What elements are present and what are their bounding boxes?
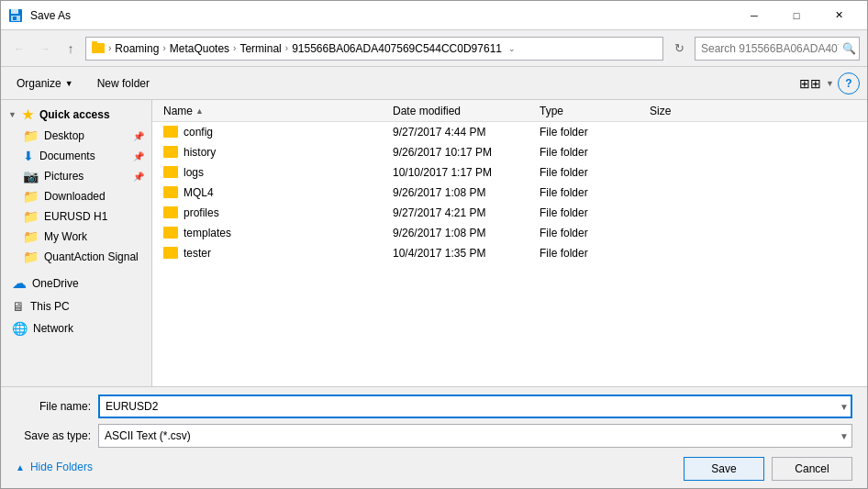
sidebar-item-quantaction[interactable]: 📁 QuantAction Signal (1, 247, 151, 267)
hide-folders-button[interactable]: ▲ Hide Folders (16, 461, 93, 473)
sort-arrow-icon: ▲ (195, 106, 204, 116)
title-bar-left: Save As (8, 8, 71, 23)
main-content: ▼ ★ Quick access 📁 Desktop 📌 ⬇ Documents… (1, 100, 867, 386)
sidebar-item-desktop-label: Desktop (44, 129, 84, 142)
bottom-bar: File name: ▼ Save as type: ASCII Text (*… (1, 386, 867, 488)
search-box[interactable]: 🔍 (695, 37, 860, 61)
path-roaming: Roaming (115, 42, 159, 55)
desktop-pin-icon: 📌 (133, 131, 144, 141)
back-button[interactable]: ← (8, 38, 30, 60)
up-button[interactable]: ↑ (60, 38, 82, 60)
saveastype-select[interactable]: ASCII Text (*.csv) (98, 424, 852, 448)
sidebar-item-mywork-label: My Work (44, 230, 87, 243)
filename-input-wrapper: ▼ (98, 395, 852, 418)
documents-pin-icon: 📌 (133, 151, 144, 161)
col-size-label: Size (650, 105, 671, 117)
file-cell-name: logs (160, 166, 389, 179)
filename-input[interactable] (98, 395, 852, 418)
saveastype-select-wrapper: ASCII Text (*.csv) ▼ (98, 424, 852, 448)
file-cell-type: File folder (536, 247, 646, 260)
table-row[interactable]: templates 9/26/2017 1:08 PM File folder (152, 223, 867, 243)
sidebar-item-desktop[interactable]: 📁 Desktop 📌 (1, 126, 151, 146)
close-button[interactable]: ✕ (818, 1, 860, 30)
new-folder-label: New folder (97, 77, 150, 90)
sidebar-item-pictures[interactable]: 📷 Pictures 📌 (1, 166, 151, 186)
sidebar-item-downloaded[interactable]: 📁 Downloaded (1, 186, 151, 206)
help-button[interactable]: ? (838, 72, 860, 94)
minimize-button[interactable]: ─ (733, 1, 775, 30)
sidebar-item-eurusd[interactable]: 📁 EURUSD H1 (1, 206, 151, 227)
file-cell-type: File folder (536, 186, 646, 199)
sidebar-item-onedrive[interactable]: ☁ OneDrive (1, 271, 151, 295)
quick-access-label: Quick access (39, 108, 110, 121)
folder-icon-sm (163, 126, 178, 138)
file-cell-name: config (160, 126, 389, 139)
address-path[interactable]: › Roaming › MetaQuotes › Terminal › 9155… (85, 37, 663, 61)
sidebar-network-label: Network (33, 322, 73, 335)
downloaded-folder-icon: 📁 (23, 189, 39, 204)
file-cell-date: 10/10/2017 1:17 PM (389, 166, 536, 179)
window-title: Save As (30, 9, 71, 22)
table-row[interactable]: config 9/27/2017 4:44 PM File folder (152, 122, 867, 142)
cancel-button[interactable]: Cancel (772, 457, 852, 481)
svg-rect-3 (13, 17, 17, 20)
sidebar: ▼ ★ Quick access 📁 Desktop 📌 ⬇ Documents… (1, 100, 152, 386)
quick-access-header[interactable]: ▼ ★ Quick access (1, 104, 151, 126)
title-bar: Save As ─ □ ✕ (1, 1, 867, 30)
file-cell-type: File folder (536, 126, 646, 139)
file-cell-type: File folder (536, 206, 646, 219)
table-row[interactable]: history 9/26/2017 10:17 PM File folder (152, 142, 867, 162)
file-cell-name: tester (160, 247, 389, 260)
save-icon (8, 8, 23, 23)
col-header-date[interactable]: Date modified (389, 105, 536, 117)
file-cell-type: File folder (536, 227, 646, 239)
quick-access-chevron-icon: ▼ (8, 110, 17, 119)
refresh-button[interactable]: ↻ (667, 37, 691, 61)
sidebar-thispc-label: This PC (30, 300, 70, 313)
sidebar-item-documents[interactable]: ⬇ Documents 📌 (1, 146, 151, 166)
saveastype-row: Save as type: ASCII Text (*.csv) ▼ (16, 424, 852, 448)
folder-icon-sm (163, 247, 178, 259)
file-cell-date: 9/26/2017 1:08 PM (389, 227, 536, 239)
organize-label: Organize (17, 77, 61, 90)
organize-button[interactable]: Organize ▼ (8, 72, 82, 94)
file-cell-date: 10/4/2017 1:35 PM (389, 247, 536, 260)
file-cell-type: File folder (536, 166, 646, 179)
table-row[interactable]: MQL4 9/26/2017 1:08 PM File folder (152, 183, 867, 203)
file-cell-date: 9/26/2017 10:17 PM (389, 146, 536, 159)
table-row[interactable]: logs 10/10/2017 1:17 PM File folder (152, 162, 867, 183)
file-list: Name ▲ Date modified Type Size config (152, 100, 867, 386)
path-metaquotes: MetaQuotes (170, 42, 229, 55)
eurusd-folder-icon: 📁 (23, 209, 39, 224)
file-cell-name: profiles (160, 206, 389, 219)
view-button[interactable]: ⊞⊞ (798, 72, 822, 94)
col-date-label: Date modified (393, 105, 461, 117)
save-button[interactable]: Save (684, 457, 764, 481)
folder-icon-sm (163, 206, 178, 218)
forward-button[interactable]: → (34, 38, 56, 60)
path-dropdown-icon[interactable]: ⌄ (506, 39, 518, 58)
documents-icon: ⬇ (23, 149, 34, 163)
quick-access-star-icon: ★ (22, 107, 34, 122)
sidebar-onedrive-label: OneDrive (32, 277, 79, 290)
path-folder-icon (92, 43, 105, 53)
sidebar-item-mywork[interactable]: 📁 My Work (1, 227, 151, 247)
quick-access-section: ▼ ★ Quick access 📁 Desktop 📌 ⬇ Documents… (1, 104, 151, 267)
maximize-button[interactable]: □ (775, 1, 818, 30)
table-row[interactable]: profiles 9/27/2017 4:21 PM File folder (152, 203, 867, 223)
new-folder-button[interactable]: New folder (89, 72, 158, 94)
col-header-name[interactable]: Name ▲ (160, 105, 389, 117)
organize-chevron-icon: ▼ (65, 79, 73, 88)
col-header-size[interactable]: Size (646, 105, 719, 117)
col-type-label: Type (540, 105, 563, 117)
table-row[interactable]: tester 10/4/2017 1:35 PM File folder (152, 243, 867, 263)
sidebar-item-thispc[interactable]: 🖥 This PC (1, 295, 151, 317)
svg-rect-1 (11, 9, 18, 14)
col-header-type[interactable]: Type (536, 105, 646, 117)
file-rows: config 9/27/2017 4:44 PM File folder his… (152, 122, 867, 386)
search-input[interactable] (701, 42, 839, 55)
quantaction-folder-icon: 📁 (23, 250, 39, 264)
folder-icon-sm (163, 166, 178, 178)
path-id: 915566BA06ADA407569C544CC0D97611 (292, 42, 502, 55)
sidebar-item-network[interactable]: 🌐 Network (1, 317, 151, 339)
